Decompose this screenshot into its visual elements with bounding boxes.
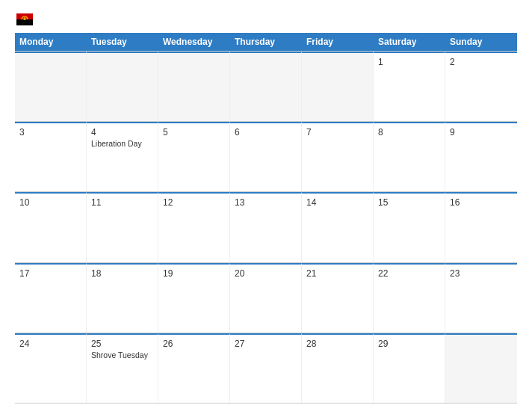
day-event: Shrove Tuesday (91, 350, 153, 359)
calendar-cell: 24 (15, 333, 87, 403)
calendar-cell: 23 (445, 263, 517, 333)
calendar-cell: 4Liberation Day (87, 122, 158, 191)
calendar-cell: 5 (158, 122, 230, 191)
calendar-cell (87, 52, 158, 121)
day-number: 17 (19, 268, 81, 279)
day-number: 1 (378, 57, 440, 67)
day-number: 4 (91, 127, 153, 137)
day-number: 7 (306, 127, 368, 137)
calendar-row-1: 12 (15, 51, 517, 122)
calendar-cell: 17 (15, 263, 87, 333)
logo-flag-icon (16, 13, 33, 25)
day-number: 10 (19, 197, 81, 208)
day-number: 29 (378, 339, 440, 349)
day-number: 5 (163, 127, 225, 137)
calendar-cell: 8 (374, 122, 445, 191)
calendar-cell: 26 (158, 333, 230, 403)
header-day-tuesday: Tuesday (87, 33, 158, 51)
day-number: 6 (235, 127, 297, 137)
day-number: 25 (91, 339, 153, 349)
calendar-cell: 2 (445, 52, 517, 121)
calendar-cell: 13 (230, 192, 302, 262)
logo (15, 13, 33, 25)
calendar-cell (15, 52, 87, 121)
calendar-cell: 18 (87, 263, 158, 333)
day-number: 21 (306, 268, 368, 279)
day-number: 11 (91, 197, 153, 208)
calendar-cell: 29 (374, 333, 445, 403)
day-number: 23 (450, 268, 513, 279)
calendar-cell (230, 52, 302, 121)
calendar-cell: 22 (374, 263, 445, 333)
day-number: 12 (163, 197, 225, 208)
day-number: 28 (306, 339, 368, 349)
calendar-row-4: 17181920212223 (15, 263, 517, 333)
header-day-saturday: Saturday (374, 33, 445, 51)
day-number: 13 (235, 197, 297, 208)
day-event: Liberation Day (91, 139, 153, 148)
calendar-cell: 3 (15, 122, 87, 191)
day-number: 15 (378, 197, 440, 208)
svg-rect-3 (23, 19, 27, 19)
day-number: 20 (235, 268, 297, 279)
calendar-cell: 11 (87, 192, 158, 262)
day-number: 18 (91, 268, 153, 279)
day-number: 14 (306, 197, 368, 208)
header-day-thursday: Thursday (230, 33, 302, 51)
calendar-row-2: 34Liberation Day56789 (15, 122, 517, 192)
calendar-cell (158, 52, 230, 121)
day-number: 24 (19, 339, 81, 349)
calendar-cell: 19 (158, 263, 230, 333)
day-number: 9 (450, 127, 513, 137)
calendar-cell: 15 (374, 192, 445, 262)
page-header (15, 13, 517, 25)
calendar-cell: 14 (302, 192, 374, 262)
calendar-cell: 1 (374, 52, 445, 121)
calendar-body: 1234Liberation Day5678910111213141516171… (15, 51, 517, 404)
calendar-cell (302, 52, 374, 121)
svg-rect-1 (16, 19, 33, 25)
day-number: 2 (450, 57, 513, 67)
calendar-cell (445, 333, 517, 403)
calendar-grid: MondayTuesdayWednesdayThursdayFridaySatu… (15, 33, 517, 404)
day-number: 27 (235, 339, 297, 349)
calendar-cell: 27 (230, 333, 302, 403)
day-number: 26 (163, 339, 225, 349)
calendar-cell: 25Shrove Tuesday (87, 333, 158, 403)
calendar-cell: 21 (302, 263, 374, 333)
calendar-row-5: 2425Shrove Tuesday26272829 (15, 333, 517, 404)
calendar-page: MondayTuesdayWednesdayThursdayFridaySatu… (0, 0, 532, 411)
calendar-cell: 7 (302, 122, 374, 191)
calendar-cell: 9 (445, 122, 517, 191)
calendar-cell: 12 (158, 192, 230, 262)
calendar-row-3: 10111213141516 (15, 192, 517, 262)
day-number: 8 (378, 127, 440, 137)
header-day-wednesday: Wednesday (158, 33, 230, 51)
calendar-cell: 10 (15, 192, 87, 262)
day-number: 22 (378, 268, 440, 279)
header-day-sunday: Sunday (445, 33, 517, 51)
calendar-cell: 6 (230, 122, 302, 191)
day-number: 16 (450, 197, 513, 208)
day-number: 19 (163, 268, 225, 279)
calendar-cell: 16 (445, 192, 517, 262)
calendar-header-row: MondayTuesdayWednesdayThursdayFridaySatu… (15, 33, 517, 51)
day-number: 3 (19, 127, 81, 137)
calendar-cell: 28 (302, 333, 374, 403)
header-day-monday: Monday (15, 33, 87, 51)
header-day-friday: Friday (302, 33, 374, 51)
calendar-cell: 20 (230, 263, 302, 333)
